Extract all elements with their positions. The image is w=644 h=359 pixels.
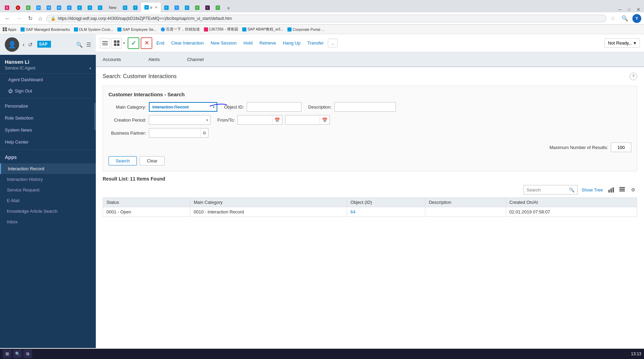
calendar-icon-to[interactable]: 📅 xyxy=(320,115,330,124)
bookmark-1367356[interactable]: 1367356 - 博客园 xyxy=(204,27,239,32)
tab-s2[interactable]: S xyxy=(75,3,85,12)
retrieve-button[interactable]: Retrieve xyxy=(257,39,279,47)
search-button[interactable]: Search xyxy=(108,156,137,165)
tab-new[interactable]: New xyxy=(105,3,120,12)
tab-w2[interactable]: W xyxy=(44,3,54,12)
tab-sap1[interactable]: it xyxy=(85,3,95,12)
tab-w1[interactable]: W xyxy=(34,3,43,12)
sidebar-item-interaction-record[interactable]: Interaction Record xyxy=(0,163,96,174)
tab-add-button[interactable]: + xyxy=(224,4,233,12)
bookmark-sap-managed[interactable]: SAP Managed Bookmarks xyxy=(21,27,70,32)
tab-c2[interactable]: C xyxy=(13,3,23,12)
show-tree-button[interactable]: Show Tree xyxy=(580,187,604,193)
sidebar-item-agent-dashboard[interactable]: Agent Dashboard xyxy=(0,74,96,86)
back-button[interactable]: ← xyxy=(3,15,12,22)
object-id-link[interactable]: 64 xyxy=(350,209,355,214)
tab-w3[interactable]: W xyxy=(54,3,64,12)
transfer-button[interactable]: Transfer xyxy=(305,39,326,47)
bookmark-dlm[interactable]: DLM System Cock... xyxy=(74,27,113,32)
new-session-button[interactable]: New Session xyxy=(208,39,240,47)
bookmark-sap-abap[interactable]: SAP ABAP教程_w3... xyxy=(242,27,283,32)
tab-close-ir[interactable]: ✕ xyxy=(155,5,157,9)
sidebar-item-email[interactable]: E-Mail xyxy=(0,195,96,206)
max-results-input[interactable] xyxy=(611,143,631,152)
clear-button[interactable]: Clear xyxy=(140,156,165,165)
history-nav-icon[interactable]: ↺ xyxy=(28,41,33,48)
forward-button[interactable]: → xyxy=(14,15,24,22)
not-ready-dropdown[interactable]: Not Ready... ▾ xyxy=(604,38,640,48)
cell-object-id[interactable]: 64 xyxy=(347,207,425,217)
dropdown-arrow-icon[interactable]: ▾ xyxy=(123,41,125,45)
business-partner-input[interactable] xyxy=(149,128,201,137)
more-button[interactable]: ... xyxy=(328,39,338,47)
sidebar-item-inbox[interactable]: Inbox xyxy=(0,216,96,227)
to-date-wrapper[interactable]: 📅 xyxy=(285,115,330,125)
tab-c5[interactable]: C xyxy=(182,3,192,12)
end-button[interactable]: End xyxy=(154,39,167,47)
help-button[interactable]: ? xyxy=(630,73,637,80)
sidebar-item-personalize[interactable]: Personalize xyxy=(0,100,96,112)
bar-chart-icon[interactable] xyxy=(607,186,615,194)
tab-s3[interactable]: S xyxy=(172,3,182,12)
search-icon[interactable]: 🔍 xyxy=(76,41,83,48)
to-date-input[interactable] xyxy=(285,115,320,124)
alerts-label[interactable]: Alerts xyxy=(148,57,159,62)
copy-icon[interactable]: ⧉ xyxy=(201,128,208,137)
hang-up-button[interactable]: Hang Up xyxy=(280,39,303,47)
tab-y1[interactable]: Y xyxy=(192,3,202,12)
tab-y2[interactable]: Y xyxy=(213,3,223,12)
clear-interaction-button[interactable]: Clear Interaction xyxy=(168,39,206,47)
bookmark-sap-employee[interactable]: SAP Employee Se... xyxy=(117,27,156,32)
account-avatar[interactable]: Y xyxy=(632,14,641,23)
back-nav-icon[interactable]: ‹ xyxy=(23,41,25,48)
tab-c4[interactable]: C xyxy=(95,3,105,12)
object-id-input[interactable] xyxy=(247,102,301,112)
tab-c3[interactable]: C xyxy=(23,3,33,12)
sidebar-item-sign-out[interactable]: ⏻ Sign Out xyxy=(0,86,96,97)
user-role-row[interactable]: Service IC Agent ▾ xyxy=(5,66,91,71)
business-partner-input-wrapper[interactable]: ⧉ xyxy=(149,128,208,138)
result-search-input[interactable] xyxy=(527,187,568,193)
list-view-icon[interactable] xyxy=(100,38,110,48)
tab-slack[interactable]: C xyxy=(203,3,212,12)
table-layout-icon[interactable] xyxy=(618,186,626,194)
tab-t1[interactable]: T xyxy=(130,3,140,12)
description-input[interactable] xyxy=(334,102,396,112)
sidebar-item-interaction-history[interactable]: Interaction History xyxy=(0,174,96,185)
sidebar-item-help-center[interactable]: Help Center xyxy=(0,136,96,148)
result-search-bar[interactable]: 🔍 xyxy=(524,185,578,195)
result-search-icon[interactable]: 🔍 xyxy=(569,187,575,193)
main-category-select-wrapper[interactable]: Interaction Record ▾ xyxy=(149,102,217,112)
tab-s1[interactable]: S xyxy=(1,3,13,12)
sidebar-item-knowledge-article-search[interactable]: Knowledge Article Search xyxy=(0,206,96,216)
tab-it2[interactable]: it xyxy=(162,3,171,12)
calendar-icon-from[interactable]: 📅 xyxy=(272,115,282,124)
tab-d1[interactable]: D xyxy=(120,3,130,12)
from-date-input[interactable] xyxy=(238,115,272,124)
window-maximize[interactable]: □ xyxy=(626,7,632,12)
tab-ir-active[interactable]: Ir Ir ✕ xyxy=(141,2,161,12)
sidebar-item-service-request[interactable]: Service Request xyxy=(0,185,96,195)
channel-label[interactable]: Channel xyxy=(187,57,204,62)
home-button[interactable]: ⌂ xyxy=(37,15,44,22)
settings-icon[interactable]: ⚙ xyxy=(629,186,637,194)
bookmark-baidu[interactable]: 百度一下，你就知道 xyxy=(161,27,200,32)
creation-period-select-wrapper[interactable]: ▾ xyxy=(149,115,210,125)
from-date-wrapper[interactable]: 📅 xyxy=(237,115,282,125)
accounts-label[interactable]: Accounts xyxy=(103,57,121,62)
address-bar[interactable]: 🔒 https://ldciqgl.wdf.sap.corp:44300/sap… xyxy=(46,15,606,22)
window-close[interactable]: ✕ xyxy=(634,7,643,12)
bookmark-apps[interactable]: Apps xyxy=(3,27,16,32)
window-minimize[interactable]: ─ xyxy=(616,7,624,12)
search-nav-button[interactable]: 🔍 xyxy=(619,14,630,22)
x-button[interactable]: ✕ xyxy=(141,37,152,49)
table-row[interactable]: 0001 - Open 0010 - Interaction Record 64… xyxy=(103,207,637,217)
menu-icon[interactable]: ☰ xyxy=(86,41,91,48)
hold-button[interactable]: Hold xyxy=(241,39,255,47)
avatar[interactable]: 👤 xyxy=(5,37,19,52)
check-button[interactable]: ✓ xyxy=(128,37,139,49)
bookmark-button[interactable]: ☆ xyxy=(608,14,617,22)
sidebar-item-system-news[interactable]: System News xyxy=(0,124,96,136)
sidebar-item-role-selection[interactable]: Role Selection xyxy=(0,112,96,124)
refresh-button[interactable]: ↻ xyxy=(26,14,35,22)
